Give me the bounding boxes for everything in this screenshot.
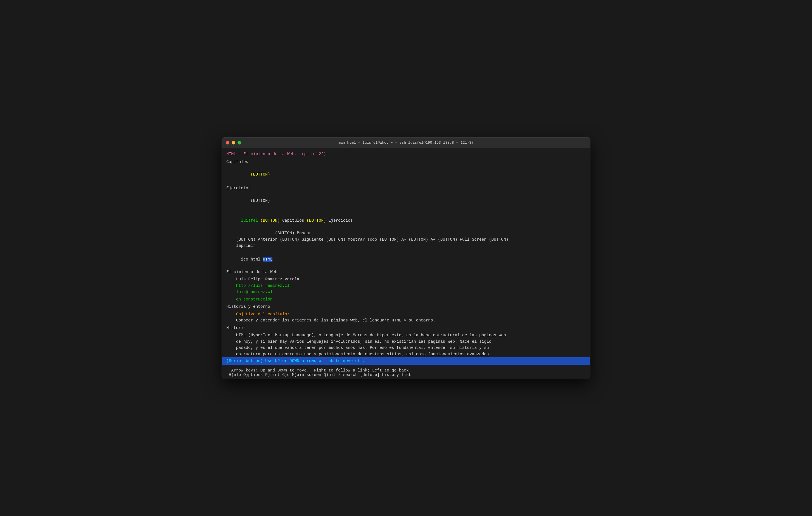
close-button[interactable] bbox=[226, 141, 229, 144]
terminal-content: HTML - El cimiento de la Web. (p1 of 22)… bbox=[222, 148, 590, 368]
capitulos-label: Capítulos bbox=[226, 159, 586, 165]
historia-heading: Historia bbox=[226, 325, 586, 331]
ico-html-line: ico html HTML bbox=[226, 250, 586, 269]
bottom-bar: Arrow keys: Up and Down to move. Right t… bbox=[222, 368, 590, 379]
author-name: Luis Felipe Ramírez Varela bbox=[226, 276, 586, 282]
arrow-keys-hint: Arrow keys: Up and Down to move. Right t… bbox=[226, 368, 586, 373]
pagination-header: HTML - El cimiento de la Web. (p1 of 22) bbox=[226, 151, 586, 157]
search-line: (BUTTON) Buscar bbox=[226, 230, 586, 236]
window-title: man_html — luisfel@who: ~ — ssh luisfel@… bbox=[338, 141, 474, 145]
objetivo-text: Conocer y entender los origenes de las p… bbox=[226, 317, 586, 323]
nav-buttons-line: (BUTTON) Anterior (BUTTON) Siguiente (BU… bbox=[226, 236, 586, 242]
historia-p3: pasado, y es el que vamos a tener por mu… bbox=[226, 345, 586, 351]
ico-prefix: ico html bbox=[241, 257, 263, 262]
historia-p4: estructura para un correcto uso y posici… bbox=[226, 351, 586, 357]
author-url: http://luis.ramirez.cl bbox=[226, 283, 586, 289]
titlebar: man_html — luisfel@who: ~ — ssh luisfel@… bbox=[222, 138, 590, 148]
script-button-highlight[interactable]: (Script button) Use UP or DOWN arrows or… bbox=[222, 357, 590, 365]
historia-entorno-heading: Historia y entorno bbox=[226, 304, 586, 310]
capitulos-button: (BUTTON) bbox=[226, 165, 586, 184]
ejercicios-label: Ejercicios bbox=[226, 185, 586, 191]
historia-p1: HTML (HyperText Markup Language), o Leng… bbox=[226, 332, 586, 338]
traffic-lights bbox=[226, 141, 241, 144]
nav-line: luisfel (BUTTON) Capítulos (BUTTON) Ejer… bbox=[226, 211, 586, 230]
objetivo-label: Objetivo del capítulo: bbox=[226, 311, 586, 317]
maximize-button[interactable] bbox=[237, 141, 241, 144]
button-capsule-2: (BUTTON) bbox=[307, 218, 326, 223]
en-construccion: en construcción bbox=[226, 296, 586, 303]
terminal-window: man_html — luisfel@who: ~ — ssh luisfel@… bbox=[222, 137, 590, 379]
author-email: luis@ramirez.cl bbox=[226, 289, 586, 295]
username: luisfel bbox=[241, 218, 260, 223]
imprimir-line: Imprimir bbox=[226, 242, 586, 249]
help-options-hint: H)elp O)ptions P)rint G)o M)ain screen Q… bbox=[226, 373, 586, 377]
historia-p2: de hoy, y si bien hay varios lenguajes i… bbox=[226, 339, 586, 345]
button-capsule-1: (BUTTON) bbox=[260, 218, 280, 223]
ejercicios-button: (BUTTON) bbox=[226, 191, 586, 210]
minimize-button[interactable] bbox=[232, 141, 235, 144]
cimiento-web: El cimiento de la Web bbox=[226, 269, 586, 275]
html-badge: HTML bbox=[263, 257, 273, 262]
